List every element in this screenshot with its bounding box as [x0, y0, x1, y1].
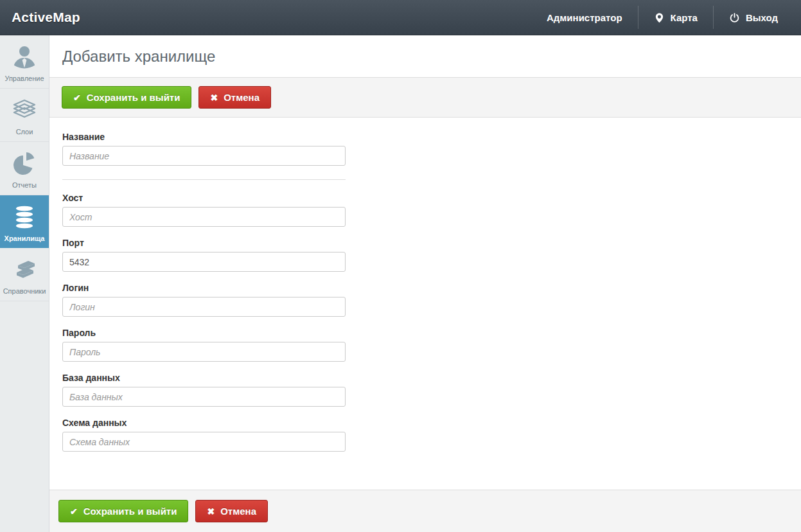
header-logout-link[interactable]: Выход: [714, 0, 793, 35]
field-group-host: Хост: [62, 193, 346, 227]
field-group-port: Порт: [62, 238, 346, 272]
power-icon: [729, 12, 740, 23]
bottom-toolbar: ✔ Сохранить и выйти ✖ Отмена: [49, 490, 801, 532]
password-input[interactable]: [62, 342, 346, 362]
sidebar-item-layers[interactable]: Слои: [0, 89, 49, 142]
check-icon: ✔: [70, 507, 78, 516]
cross-icon: ✖: [207, 507, 215, 516]
field-label-name: Название: [62, 132, 346, 142]
top-toolbar: ✔ Сохранить и выйти ✖ Отмена: [49, 77, 801, 118]
header-map-link[interactable]: Карта: [638, 0, 713, 35]
field-group-schema: Схема данных: [62, 418, 346, 452]
header-user-label: Администратор: [547, 12, 622, 23]
field-label-host: Хост: [62, 193, 346, 203]
field-group-login: Логин: [62, 283, 346, 317]
login-input[interactable]: [62, 297, 346, 317]
pie-chart-icon: [12, 150, 37, 177]
books-icon: [12, 256, 37, 283]
header-nav: Администратор Карта Выход: [531, 0, 801, 35]
sidebar-item-label: Управление: [1, 75, 48, 82]
save-button[interactable]: ✔ Сохранить и выйти: [62, 86, 191, 109]
page-title: Добавить хранилище: [62, 48, 788, 66]
main-content: Добавить хранилище ✔ Сохранить и выйти ✖…: [49, 35, 801, 532]
field-label-port: Порт: [62, 238, 346, 248]
cancel-button[interactable]: ✖ Отмена: [198, 86, 271, 109]
field-label-password: Пароль: [62, 328, 346, 338]
header-user-menu[interactable]: Администратор: [531, 0, 638, 35]
cancel-button-label: Отмена: [220, 506, 256, 517]
layers-icon: [12, 97, 37, 124]
save-button[interactable]: ✔ Сохранить и выйти: [58, 500, 188, 522]
title-area: Добавить хранилище: [49, 35, 801, 77]
header-map-label: Карта: [671, 12, 698, 23]
host-input[interactable]: [62, 207, 346, 227]
cross-icon: ✖: [210, 93, 218, 102]
save-button-label: Сохранить и выйти: [84, 506, 177, 517]
user-icon: [12, 44, 37, 71]
sidebar-item-dictionaries[interactable]: Справочники: [0, 248, 49, 301]
field-label-login: Логин: [62, 283, 346, 293]
sidebar: УправлениеСлоиОтчетыХранилищаСправочники: [0, 35, 49, 532]
sidebar-item-label: Хранилища: [1, 235, 48, 242]
sidebar-item-label: Справочники: [1, 287, 48, 295]
field-label-database: База данных: [62, 373, 346, 383]
schema-input[interactable]: [62, 432, 346, 452]
app-logo[interactable]: ActiveMap: [0, 10, 80, 25]
sidebar-item-storages[interactable]: Хранилища: [0, 195, 49, 248]
app-header: ActiveMap Администратор Карта Выход: [0, 0, 801, 35]
sidebar-item-management[interactable]: Управление: [0, 35, 49, 89]
check-icon: ✔: [73, 93, 81, 102]
save-button-label: Сохранить и выйти: [87, 92, 180, 103]
database-icon: [12, 204, 37, 231]
port-input[interactable]: [62, 252, 346, 272]
cancel-button-label: Отмена: [224, 92, 260, 103]
sidebar-item-label: Отчеты: [1, 181, 48, 189]
database-input[interactable]: [62, 387, 346, 407]
field-divider: [62, 179, 346, 180]
map-pin-icon: [654, 12, 665, 23]
storage-form: НазваниеХостПортЛогинПарольБаза данныхСх…: [49, 118, 801, 490]
field-group-database: База данных: [62, 373, 346, 407]
sidebar-item-reports[interactable]: Отчеты: [0, 142, 49, 195]
sidebar-item-label: Слои: [1, 128, 48, 136]
field-group-password: Пароль: [62, 328, 346, 362]
field-group-name: Название: [62, 132, 346, 166]
cancel-button[interactable]: ✖ Отмена: [195, 500, 268, 522]
name-input[interactable]: [62, 146, 346, 166]
header-logout-label: Выход: [746, 12, 778, 23]
field-label-schema: Схема данных: [62, 418, 346, 428]
